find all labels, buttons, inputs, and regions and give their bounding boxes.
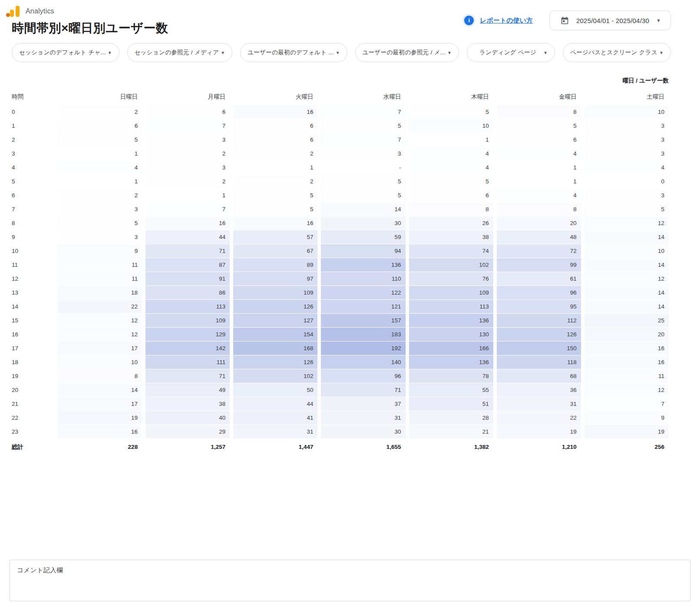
total-value: 1,210 — [497, 440, 581, 454]
heat-cell: 44 — [145, 230, 230, 244]
hour-label: 15 — [12, 314, 54, 327]
logo-dot — [6, 13, 10, 17]
heat-cell: 6 — [233, 133, 317, 146]
filter-chip-2[interactable]: ユーザーの最初のデフォルト ...▼ — [240, 43, 347, 62]
heat-cell: 3 — [145, 161, 230, 174]
heat-cell: 96 — [321, 369, 405, 383]
table-body: 026167581016765105325367163312234434431-… — [12, 105, 669, 438]
heat-cell: 2 — [233, 175, 317, 188]
filter-chip-label: ページパスとスクリーン クラス — [570, 49, 657, 56]
heat-cell: 25 — [584, 314, 669, 327]
date-range-value: 2025/04/01 - 2025/04/30 — [576, 17, 649, 24]
heat-cell: 5 — [58, 216, 142, 230]
hour-label: 2 — [12, 133, 54, 146]
hour-label: 16 — [12, 328, 54, 341]
google-analytics-logo-icon — [4, 6, 22, 17]
heat-cell: 6 — [233, 119, 317, 133]
heat-cell: 40 — [145, 411, 230, 425]
heat-cell: 59 — [321, 230, 405, 244]
filter-chip-0[interactable]: セッションのデフォルト チャ...▼ — [12, 43, 119, 62]
column-header: 木曜日 — [409, 90, 493, 103]
heat-cell: 14 — [321, 202, 405, 216]
heat-cell: 122 — [321, 286, 405, 299]
hour-label: 22 — [12, 411, 54, 425]
heat-cell: 9 — [58, 244, 142, 258]
heat-cell: 14 — [584, 258, 669, 272]
heat-cell: 4 — [409, 147, 493, 160]
heat-cell: 118 — [497, 355, 581, 369]
heat-cell: 4 — [497, 189, 581, 202]
heat-cell: 14 — [584, 286, 669, 299]
filter-chip-1[interactable]: セッションの参照元 / メディア▼ — [127, 43, 233, 62]
heat-cell: 5 — [233, 189, 317, 202]
filter-bar: セッションのデフォルト チャ...▼セッションの参照元 / メディア▼ユーザーの… — [12, 43, 671, 62]
heat-cell: 71 — [145, 369, 230, 383]
hour-label: 11 — [12, 258, 54, 272]
brand-label: Analytics — [26, 7, 54, 15]
total-value: 1,382 — [409, 440, 493, 454]
heat-cell: 0 — [584, 175, 669, 188]
heat-cell: 14 — [58, 383, 142, 397]
heat-cell: 154 — [233, 328, 317, 341]
heat-cell: 3 — [584, 189, 669, 202]
heat-cell: 19 — [584, 425, 669, 438]
heat-cell: 5 — [321, 189, 405, 202]
heat-cell: 11 — [58, 272, 142, 285]
hour-label: 5 — [12, 175, 54, 188]
heat-cell: 5 — [409, 175, 493, 188]
heat-cell: 5 — [58, 133, 142, 146]
filter-chip-4[interactable]: ランディング ページ▼ — [467, 43, 555, 62]
heat-cell: 71 — [145, 244, 230, 258]
heat-cell: 102 — [409, 258, 493, 272]
hour-label: 1 — [12, 119, 54, 133]
heat-cell: 16 — [58, 425, 142, 438]
calendar-icon — [560, 16, 569, 25]
hour-label: 3 — [12, 147, 54, 160]
filter-chip-label: ユーザーの最初の参照元 / メ... — [363, 49, 446, 56]
filter-chip-3[interactable]: ユーザーの最初の参照元 / メ...▼ — [355, 43, 459, 62]
heat-cell: 12 — [584, 272, 669, 285]
heat-cell: 14 — [584, 230, 669, 244]
heat-cell: 2 — [58, 189, 142, 202]
hour-label: 17 — [12, 342, 54, 355]
heat-cell: 126 — [233, 355, 317, 369]
total-value: 1,257 — [145, 440, 230, 454]
heat-cell: 17 — [58, 397, 142, 411]
heat-cell: 12 — [58, 328, 142, 341]
heat-cell: 7 — [145, 202, 230, 216]
heat-cell: 136 — [321, 258, 405, 272]
hour-label: 12 — [12, 272, 54, 285]
column-header: 火曜日 — [233, 90, 317, 103]
report-header: Analytics 時間帯別×曜日別ユーザー数 i レポートの使い方 2025/… — [0, 0, 700, 36]
filter-chip-label: セッションの参照元 / メディア — [135, 49, 219, 56]
heat-cell: 19 — [58, 411, 142, 425]
heat-cell: 72 — [497, 244, 581, 258]
heat-cell: 10 — [58, 355, 142, 369]
heat-cell: 19 — [497, 425, 581, 438]
heat-cell: 1 — [233, 161, 317, 174]
filter-chip-5[interactable]: ページパスとスクリーン クラス▼ — [563, 43, 671, 62]
info-icon[interactable]: i — [464, 16, 474, 25]
heat-cell: 38 — [145, 397, 230, 411]
heat-cell: 126 — [233, 300, 317, 313]
heat-cell: 136 — [409, 355, 493, 369]
hour-label: 19 — [12, 369, 54, 383]
heat-cell: 16 — [233, 216, 317, 230]
hour-label: 14 — [12, 300, 54, 313]
heat-cell: 29 — [145, 425, 230, 438]
help-link[interactable]: レポートの使い方 — [480, 17, 533, 25]
heat-cell: 121 — [321, 300, 405, 313]
heat-cell: 8 — [409, 202, 493, 216]
logo-short-bar — [10, 10, 14, 17]
comment-box[interactable]: コメント記入欄 — [10, 560, 690, 601]
heat-cell: 16 — [233, 105, 317, 119]
table-corner-label: 曜日 / ユーザー数 — [12, 77, 669, 85]
heat-cell: 5 — [584, 202, 669, 216]
heat-cell: 61 — [497, 272, 581, 285]
heat-cell: 150 — [497, 342, 581, 355]
heat-cell: 110 — [321, 272, 405, 285]
date-range-picker[interactable]: 2025/04/01 - 2025/04/30 ▼ — [549, 10, 671, 30]
total-value: 228 — [58, 440, 142, 454]
caret-down-icon: ▼ — [447, 50, 452, 55]
filter-chip-label: ユーザーの最初のデフォルト ... — [248, 49, 333, 56]
